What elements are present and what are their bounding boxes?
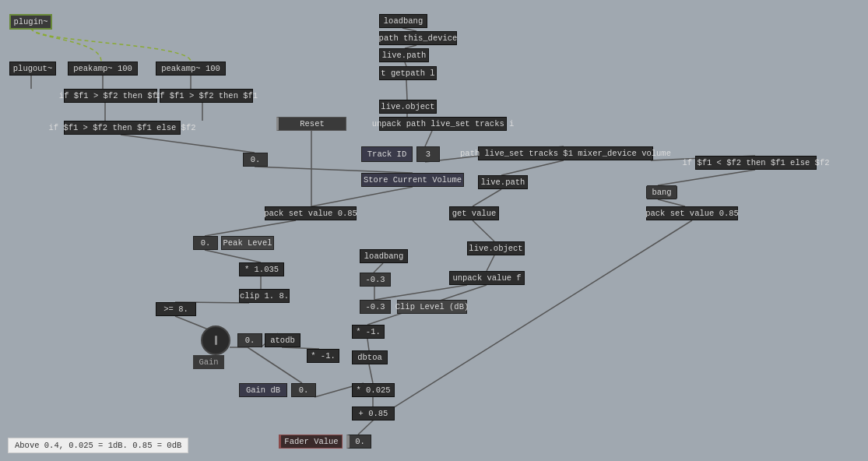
plugin-node[interactable]: plugin~ xyxy=(9,14,52,30)
live-path2-node[interactable]: live.path xyxy=(478,175,528,189)
mul1035-node[interactable]: * 1.035 xyxy=(239,262,284,276)
gain-db-node: Gain dB xyxy=(239,383,287,397)
live-object1-node[interactable]: live.object xyxy=(379,100,437,114)
svg-line-9 xyxy=(406,80,407,100)
num0-1-node[interactable]: 0. xyxy=(243,153,268,167)
path-this-device-node[interactable]: path this_device xyxy=(379,31,457,45)
svg-line-16 xyxy=(487,255,494,271)
peakamp2-node[interactable]: peakamp~ 100 xyxy=(156,62,226,76)
num0-4-node[interactable]: 0. xyxy=(291,383,316,397)
svg-line-17 xyxy=(374,285,467,300)
unpack-path-node[interactable]: unpack path live_set tracks i xyxy=(379,117,507,131)
num-neg03-b-node[interactable]: -0.3 xyxy=(360,300,391,314)
num0-3-node[interactable]: 0. xyxy=(237,333,262,347)
clip-node[interactable]: clip 1. 8. xyxy=(239,289,290,303)
atodb-node[interactable]: atodb xyxy=(265,333,300,347)
svg-line-11 xyxy=(425,131,432,146)
gte8-node[interactable]: >= 8. xyxy=(156,302,196,316)
svg-line-36 xyxy=(658,199,685,206)
loadbang1-node[interactable]: loadbang xyxy=(379,14,427,28)
if2-node[interactable]: if $f1 > $f2 then $f1 xyxy=(160,89,253,103)
get-value-node[interactable]: get value xyxy=(449,206,499,220)
num3-node[interactable]: 3 xyxy=(416,146,440,162)
svg-line-39 xyxy=(255,167,413,173)
svg-line-30 xyxy=(358,421,373,435)
num0-5-node[interactable]: 0. xyxy=(346,435,371,449)
gain-label: Gain xyxy=(193,355,224,369)
plus085-node[interactable]: + 0.85 xyxy=(352,406,395,421)
if1-node[interactable]: if $f1 > $f2 then $f1 xyxy=(64,89,157,103)
svg-line-27 xyxy=(248,347,302,383)
mul-neg1-b-node[interactable]: * -1. xyxy=(352,325,385,339)
mul025-node[interactable]: * 0.025 xyxy=(352,383,395,397)
loadbang2-node[interactable]: loadbang xyxy=(360,249,408,263)
t-getpath-node[interactable]: t getpath l xyxy=(379,66,437,80)
unpack-value-node[interactable]: unpack value f xyxy=(449,271,525,285)
mul-neg1-a-node[interactable]: * -1. xyxy=(307,349,339,363)
clip-level-node: Clip Level (dB) xyxy=(397,300,467,314)
plugout-node[interactable]: plugout~ xyxy=(9,62,56,76)
if3-node[interactable]: if $f1 > $f2 then $f1 else $f2 xyxy=(64,121,181,135)
svg-line-15 xyxy=(473,220,494,241)
status-bar: Above 0.4, 0.025 = 1dB. 0.85 = 0dB xyxy=(8,438,188,453)
live-object2-node[interactable]: live.object xyxy=(467,241,525,255)
num0-2-node[interactable]: 0. xyxy=(193,236,218,250)
svg-line-19 xyxy=(205,220,296,236)
svg-line-20 xyxy=(205,250,261,262)
svg-line-33 xyxy=(367,339,369,350)
svg-line-14 xyxy=(473,189,501,206)
pack-set1-node[interactable]: pack set value 0.85 xyxy=(265,206,357,220)
reset-node[interactable]: Reset xyxy=(276,117,346,131)
path-tracks-node[interactable]: path live_set tracks $1 mixer_device vol… xyxy=(478,146,653,160)
track-id-node[interactable]: Track ID xyxy=(361,146,413,162)
live-path1-node[interactable]: live.path xyxy=(379,48,429,62)
svg-line-31 xyxy=(374,263,383,273)
store-current-volume-node[interactable]: Store Current Volume xyxy=(361,173,464,187)
if4-node[interactable]: if $f1 < $f2 then $f1 else $f2 xyxy=(695,156,817,170)
peakamp1-node[interactable]: peakamp~ 100 xyxy=(68,62,138,76)
svg-line-18 xyxy=(311,187,413,206)
svg-line-13 xyxy=(501,160,564,175)
svg-line-35 xyxy=(658,170,755,185)
svg-line-37 xyxy=(373,220,692,421)
num-neg03-a-node[interactable]: -0.3 xyxy=(360,273,391,287)
svg-line-5 xyxy=(121,135,255,153)
dbtoa-node[interactable]: dbtoa xyxy=(352,350,388,364)
bang-node[interactable]: bang xyxy=(646,185,677,199)
peak-level-node: Peak Level xyxy=(221,236,274,250)
fader-value-node[interactable]: Fader Value xyxy=(279,435,343,449)
gain-knob[interactable] xyxy=(201,326,230,355)
pack-set2-node[interactable]: pack set value 0.85 xyxy=(646,206,738,220)
svg-line-34 xyxy=(369,364,373,383)
